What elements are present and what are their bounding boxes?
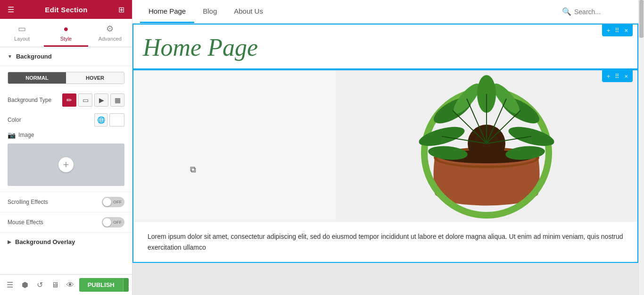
bottom-widgets-icon[interactable]: ⬢	[19, 278, 31, 292]
image-content: ⧉	[133, 70, 637, 221]
mouse-effects-toggle[interactable]: OFF	[102, 217, 124, 228]
menu-icon[interactable]: ☰	[8, 5, 14, 14]
publish-dropdown-btn[interactable]: ▲	[123, 278, 129, 292]
background-label: Background	[16, 53, 52, 60]
image-row: 📷 Image	[0, 129, 132, 142]
tab-layout[interactable]: ▭ Layout	[0, 19, 44, 47]
color-row: Color 🌐	[0, 110, 132, 129]
scrolling-effects-row: Scrolling Effects OFF	[0, 192, 132, 212]
background-overlay-label: Background Overlay	[15, 238, 75, 245]
nav-search: 🔍	[562, 7, 631, 16]
scrollbar-thumb[interactable]	[639, 0, 644, 38]
search-icon: 🔍	[562, 7, 571, 16]
section-move-btn[interactable]: ⠿	[613, 26, 621, 35]
image-label: Image	[18, 132, 34, 138]
left-empty-area: ⧉	[133, 70, 336, 221]
panel-collapse-btn[interactable]: ❮	[132, 140, 132, 155]
mouse-effects-track[interactable]: OFF	[102, 217, 124, 228]
section-delete-btn[interactable]: ×	[622, 26, 630, 35]
collapse-arrow-icon: ▼	[8, 54, 12, 59]
scrolling-effects-track[interactable]: OFF	[102, 197, 124, 207]
advanced-icon: ⚙	[106, 24, 114, 34]
right-scrollbar[interactable]	[638, 0, 644, 295]
cursor-indicator: ⧉	[190, 165, 196, 175]
normal-toggle-btn[interactable]: NORMAL	[8, 72, 66, 84]
section-toolbar-home: + ⠿ ×	[602, 25, 633, 36]
section-add-btn[interactable]: +	[605, 26, 612, 35]
grid-icon[interactable]: ⊞	[118, 5, 124, 14]
scrolling-effects-label: Scrolling Effects	[8, 199, 102, 205]
bg-type-color-btn[interactable]: ✏	[62, 93, 76, 107]
style-icon: ●	[64, 24, 69, 34]
tab-advanced[interactable]: ⚙ Advanced	[88, 19, 132, 47]
mouse-effects-knob	[103, 218, 111, 227]
color-swatch-area: 🌐	[94, 113, 124, 126]
scrolling-effects-off-label: OFF	[113, 200, 122, 204]
home-page-section: Home Page	[133, 25, 637, 68]
lorem-text: Lorem ipsum dolor sit amet, consectetur …	[148, 231, 623, 253]
bg-type-label: Background Type	[8, 97, 62, 103]
color-picker-box[interactable]	[109, 113, 124, 126]
background-section-heading[interactable]: ▼ Background	[0, 47, 132, 66]
add-image-icon: +	[58, 157, 74, 172]
publish-btn-wrap: PUBLISH ▲	[79, 278, 129, 292]
bottom-bar: ☰ ⬢ ↺ 🖥 👁 PUBLISH ▲	[0, 274, 132, 295]
panel-title: Edit Section	[45, 6, 87, 14]
image-section-delete-btn[interactable]: ×	[622, 72, 630, 81]
publish-button[interactable]: PUBLISH	[79, 278, 123, 292]
normal-hover-toggle: NORMAL HOVER	[8, 72, 124, 84]
background-type-row: Background Type ✏ ▭ ▶ ▦	[0, 90, 132, 110]
tab-advanced-label: Advanced	[99, 36, 122, 42]
bottom-history-icon[interactable]: ↺	[34, 278, 46, 292]
hover-toggle-btn[interactable]: HOVER	[66, 72, 124, 84]
image-section: + ⠿ × ⧉	[132, 69, 638, 263]
bottom-menu-icon[interactable]: ☰	[4, 278, 16, 292]
image-section-move-btn[interactable]: ⠿	[613, 72, 621, 81]
bg-type-video-btn[interactable]: ▶	[94, 93, 108, 107]
main-content: Home Page Blog About Us 🔍 + ⠿ × Home Pag…	[132, 0, 638, 295]
tab-style-label: Style	[60, 36, 72, 42]
bg-type-gradient-btn[interactable]: ▭	[78, 93, 92, 107]
left-panel: ☰ Edit Section ⊞ ▭ Layout ● Style ⚙ Adva…	[0, 0, 132, 295]
right-image-area	[336, 70, 637, 221]
mouse-effects-off-label: OFF	[113, 220, 122, 225]
bottom-device-icon[interactable]: 🖥	[49, 278, 61, 292]
image-label-icon: 📷	[8, 131, 16, 139]
background-overlay-section[interactable]: ▶ Background Overlay	[0, 232, 132, 251]
plant-image-svg	[336, 70, 637, 221]
bottom-preview-icon[interactable]: 👁	[64, 278, 76, 292]
canvas-area: + ⠿ × Home Page + ⠿ × ⧉	[132, 24, 638, 295]
panel-header: ☰ Edit Section ⊞	[0, 0, 132, 19]
mouse-effects-label: Mouse Effects	[8, 219, 102, 226]
scrolling-effects-toggle[interactable]: OFF	[102, 197, 124, 207]
tab-style[interactable]: ● Style	[44, 19, 88, 47]
search-input[interactable]	[574, 8, 631, 16]
image-section-add-btn[interactable]: +	[605, 72, 612, 81]
bg-type-controls: ✏ ▭ ▶ ▦	[62, 93, 124, 107]
home-page-title: Home Page	[143, 34, 628, 61]
section-bar-home: + ⠿ × Home Page	[132, 24, 638, 69]
nav-tab-home[interactable]: Home Page	[140, 0, 194, 23]
scrolling-effects-knob	[103, 198, 111, 206]
panel-tabs: ▭ Layout ● Style ⚙ Advanced	[0, 19, 132, 47]
nav-tab-blog[interactable]: Blog	[194, 0, 225, 23]
lorem-text-section: Lorem ipsum dolor sit amet, consectetur …	[133, 221, 637, 262]
image-upload-placeholder[interactable]: +	[8, 143, 124, 186]
overlay-arrow-icon: ▶	[8, 239, 11, 244]
section-toolbar-image: + ⠿ ×	[602, 70, 633, 82]
mouse-effects-row: Mouse Effects OFF	[0, 212, 132, 232]
bg-type-image-btn[interactable]: ▦	[110, 93, 124, 107]
nav-tab-about[interactable]: About Us	[225, 0, 272, 23]
layout-icon: ▭	[18, 24, 26, 34]
global-color-btn[interactable]: 🌐	[94, 113, 107, 126]
panel-body: ▼ Background NORMAL HOVER Background Typ…	[0, 47, 132, 295]
color-label: Color	[8, 117, 94, 123]
tab-layout-label: Layout	[14, 36, 30, 42]
top-nav: Home Page Blog About Us 🔍	[132, 0, 638, 24]
